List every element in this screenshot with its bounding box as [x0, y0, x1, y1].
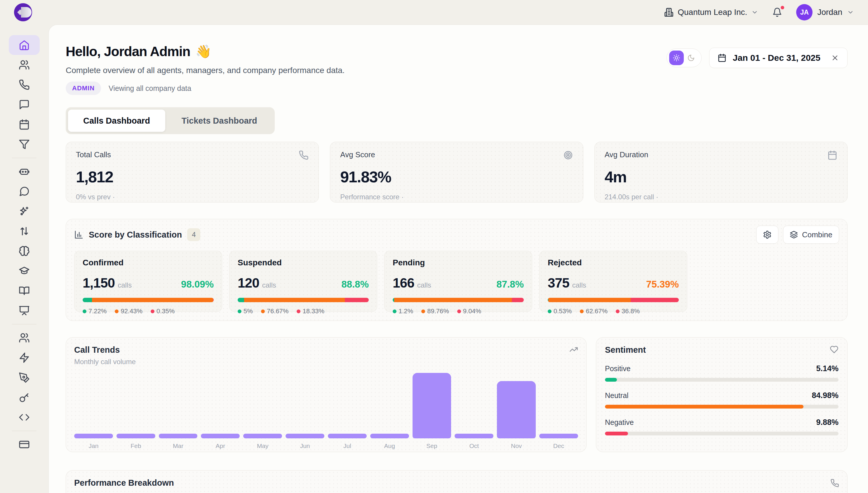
light-theme-option[interactable] [669, 50, 684, 65]
classification-calls: 120 [238, 275, 259, 291]
classification-score: 87.8% [496, 279, 524, 290]
sentiment-row-negative: Negative9.88% [605, 418, 839, 435]
sentiment-value: 84.98% [812, 391, 839, 400]
sidebar-item-home[interactable] [9, 35, 40, 55]
stat-value: 1,812 [76, 168, 309, 186]
heart-icon [830, 345, 839, 354]
sidebar-item-developer[interactable] [9, 407, 40, 427]
sidebar-item-calls[interactable] [9, 75, 40, 95]
classification-calls: 375 [548, 275, 569, 291]
stat-card-total-calls: Total Calls1,8120% vs prev · [66, 142, 319, 202]
chart-bar-jul[interactable] [328, 434, 367, 438]
app-logo[interactable] [14, 3, 32, 21]
calendar-icon [827, 150, 837, 160]
chart-bar-dec[interactable] [539, 434, 578, 438]
date-range-picker[interactable]: Jan 01 - Dec 31, 2025 [709, 48, 848, 68]
classification-card-suspended: Suspended120calls88.8%5%76.67%18.33% [229, 251, 377, 312]
sidebar-divider [12, 324, 37, 324]
combine-button[interactable]: Combine [783, 226, 839, 244]
call-trends-subtitle: Monthly call volume [74, 358, 136, 366]
sidebar-item-messages[interactable] [9, 95, 40, 114]
month-label: Feb [116, 443, 155, 449]
chart-bar-sep[interactable] [413, 373, 451, 438]
topbar: Quantum Leap Inc. JA Jordan [0, 0, 868, 24]
chevron-down-icon [847, 9, 854, 16]
building-icon [664, 7, 673, 17]
month-label: Jun [285, 443, 324, 449]
sidebar-item-design[interactable] [9, 368, 40, 387]
sidebar-item-knowledge[interactable] [9, 241, 40, 261]
brain-icon [19, 245, 30, 257]
sidebar-item-chat[interactable] [9, 181, 40, 201]
sidebar-item-calendar[interactable] [9, 114, 40, 134]
settings-button[interactable] [756, 226, 778, 244]
presentation-icon [19, 305, 30, 316]
classification-name: Pending [393, 258, 524, 267]
sidebar-item-presentations[interactable] [9, 301, 40, 321]
month-label: Jul [328, 443, 367, 449]
stat-subtext: Performance score · [340, 193, 573, 201]
sidebar-item-training[interactable] [9, 261, 40, 281]
phone-icon [830, 479, 839, 488]
classification-name: Suspended [238, 258, 369, 267]
sentiment-label: Neutral [605, 391, 629, 400]
user-menu[interactable]: JA Jordan [796, 4, 854, 20]
sidebar-item-agents[interactable] [9, 55, 40, 75]
chart-bar-feb[interactable] [116, 434, 155, 438]
moon-icon [687, 54, 695, 62]
sidebar-item-billing[interactable] [9, 434, 40, 454]
classification-score: 75.39% [646, 279, 679, 290]
sidebar-item-automations[interactable] [9, 348, 40, 368]
sentiment-value: 5.14% [816, 364, 839, 373]
chart-bar-oct[interactable] [455, 434, 494, 438]
chart-bar-nov[interactable] [497, 381, 536, 438]
sentiment-track [605, 405, 839, 409]
company-selector[interactable]: Quantum Leap Inc. [664, 7, 758, 17]
settings-icon [763, 230, 772, 239]
tab-calls-dashboard[interactable]: Calls Dashboard [68, 110, 165, 132]
stat-title: Avg Score [340, 150, 375, 159]
moon-icon[interactable] [687, 54, 695, 62]
sentiment-row-neutral: Neutral84.98% [605, 391, 839, 409]
trending-up-icon [569, 345, 578, 354]
clear-date-icon[interactable] [831, 54, 839, 62]
users-icon [19, 59, 30, 70]
main-panel: Hello, Jordan Admin 👋 Complete overview … [48, 24, 868, 493]
legend-item: 76.67% [261, 307, 289, 315]
sidebar [0, 24, 48, 493]
sidebar-item-ai-tools[interactable] [9, 201, 40, 221]
classification-bar [393, 298, 524, 302]
phone-icon [299, 150, 309, 160]
month-label: Oct [455, 443, 494, 449]
sidebar-item-team[interactable] [9, 328, 40, 348]
chart-bar-apr[interactable] [201, 434, 240, 438]
sidebar-item-filters[interactable] [9, 134, 40, 154]
page-subtitle: Complete overview of all agents, manager… [66, 66, 345, 75]
role-badge: ADMIN [66, 82, 101, 95]
sidebar-item-transfers[interactable] [9, 221, 40, 241]
page-header: Hello, Jordan Admin 👋 Complete overview … [66, 44, 345, 95]
chart-bar-jan[interactable] [74, 434, 113, 438]
chevron-down-icon [751, 9, 758, 16]
stat-card-avg-duration: Avg Duration4m214.00s per call · [594, 142, 848, 202]
page-title: Hello, Jordan Admin 👋 [66, 44, 345, 59]
graduation-cap-icon [19, 265, 30, 276]
dashboard-tabs: Calls DashboardTickets Dashboard [66, 107, 275, 134]
building-icon [664, 7, 673, 17]
sidebar-item-bots[interactable] [9, 162, 40, 181]
chart-bar-jun[interactable] [285, 434, 324, 438]
chart-bar-mar[interactable] [159, 434, 198, 438]
home-icon [19, 40, 30, 50]
chart-bar-may[interactable] [243, 434, 282, 438]
tab-tickets-dashboard[interactable]: Tickets Dashboard [166, 110, 272, 132]
month-label: Aug [370, 443, 409, 449]
call-trends-title: Call Trends [74, 345, 136, 355]
notifications-button[interactable] [772, 7, 782, 17]
sidebar-item-library[interactable] [9, 281, 40, 301]
avatar: JA [796, 4, 813, 20]
theme-toggle[interactable] [666, 48, 702, 67]
chart-bar-aug[interactable] [370, 434, 409, 438]
month-label: Dec [539, 443, 578, 449]
sidebar-item-access[interactable] [9, 387, 40, 407]
sentiment-track [605, 432, 839, 435]
